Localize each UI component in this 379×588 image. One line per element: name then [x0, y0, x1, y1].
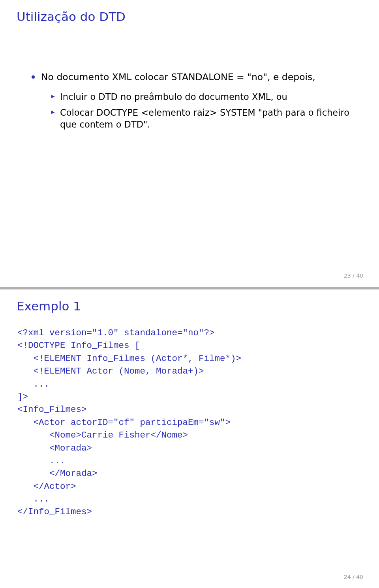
code-block: <?xml version="1.0" standalone="no"?> <!…	[17, 327, 362, 518]
slide-1: Utilização do DTD No documento XML coloc…	[0, 0, 379, 287]
slide-title: Utilização do DTD	[17, 9, 362, 24]
page-number: 24 / 40	[344, 574, 363, 580]
slide-2: Exemplo 1 <?xml version="1.0" standalone…	[0, 289, 379, 588]
sub-bullet-item: Colocar DOCTYPE <elemento raiz> SYSTEM "…	[51, 107, 362, 131]
bullet-item: No documento XML colocar STANDALONE = "n…	[32, 71, 362, 84]
sub-bullet-item: Incluir o DTD no preâmbulo do documento …	[51, 91, 362, 103]
page-number: 23 / 40	[344, 272, 363, 279]
slide-title: Exemplo 1	[17, 299, 362, 313]
